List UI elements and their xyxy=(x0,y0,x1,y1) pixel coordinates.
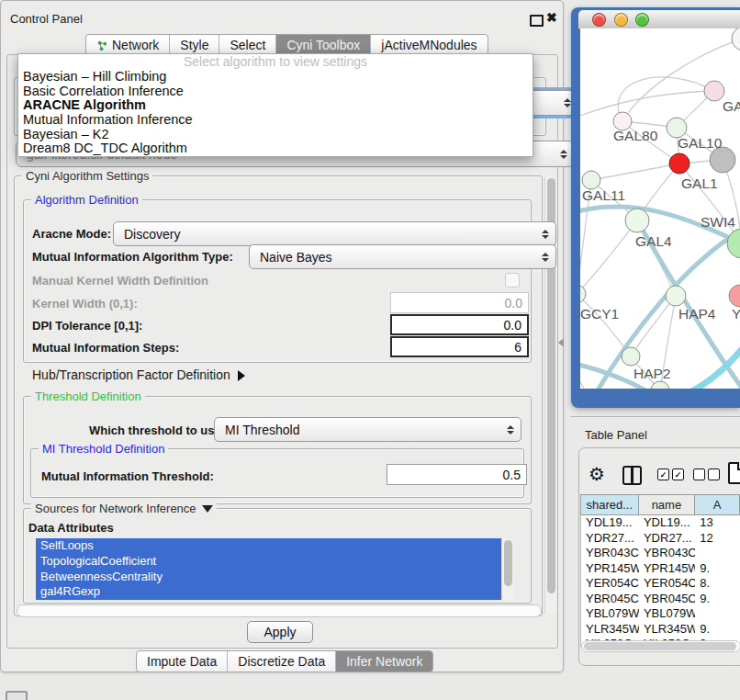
minimize-traffic-light[interactable] xyxy=(614,13,628,27)
zoom-traffic-light[interactable] xyxy=(635,13,649,27)
network-node-gal[interactable] xyxy=(704,81,724,101)
table-cell[interactable]: 9. xyxy=(695,592,740,607)
table-row[interactable]: YDL19...YDL19...13 xyxy=(581,515,740,531)
table-cell[interactable] xyxy=(695,546,740,561)
attribute-item-betweennesscentrality[interactable]: BetweennessCentrality xyxy=(36,570,502,585)
network-node-swi4[interactable] xyxy=(727,229,740,258)
file-icon[interactable] xyxy=(728,462,740,484)
column-header-shared[interactable]: shared... xyxy=(580,494,639,515)
table-horizontal-scrollbar[interactable] xyxy=(581,640,740,652)
sources-title-row[interactable]: Sources for Network Inference xyxy=(31,502,217,515)
table-cell[interactable]: 12 xyxy=(695,531,740,547)
network-node[interactable] xyxy=(651,381,669,389)
select-all-columns-icon[interactable]: ✓✓ xyxy=(657,469,684,480)
attributes-scrollbar[interactable] xyxy=(501,538,513,600)
columns-icon[interactable] xyxy=(622,466,642,485)
table-cell[interactable]: YPR145W xyxy=(581,561,639,577)
network-node-gal1[interactable] xyxy=(669,153,690,174)
deselect-all-columns-icon[interactable] xyxy=(693,469,720,480)
table-cell[interactable]: YLR345W xyxy=(581,622,639,638)
table-cell[interactable]: YDL19... xyxy=(581,515,639,531)
network-node-gcy1[interactable] xyxy=(580,285,586,303)
table-row[interactable]: YPR145WYPR145W9. xyxy=(581,561,740,577)
manual-kernel-checkbox[interactable] xyxy=(505,273,520,288)
gear-icon[interactable]: ⚙ xyxy=(589,463,605,485)
table-cell[interactable]: YLR345W xyxy=(639,622,695,638)
attribute-item-selfloops[interactable]: SelfLoops xyxy=(36,538,502,554)
kernel-width-field[interactable]: 0.0 xyxy=(390,292,529,313)
mi-steps-field[interactable]: 6 xyxy=(390,336,529,357)
table-cell[interactable]: YPR145W xyxy=(639,561,695,577)
network-window-titlebar[interactable] xyxy=(578,10,740,29)
hub-definition-label: Hub/Transcription Factor Definition xyxy=(32,367,230,382)
network-node-hap2[interactable] xyxy=(622,347,640,366)
minimized-panel-chip[interactable] xyxy=(6,691,28,700)
table-cell[interactable]: YER054C xyxy=(639,576,695,592)
tab-jactivemnodules[interactable]: jActiveMNodules xyxy=(370,35,487,55)
tab-select[interactable]: Select xyxy=(219,35,275,55)
table-row[interactable]: YDR27...YDR27...12 xyxy=(581,531,740,547)
tab-cyni-toolbox[interactable]: Cyni Toolbox xyxy=(275,35,370,55)
table-cell[interactable]: YBR043C xyxy=(581,546,639,561)
table-row[interactable]: YBR043CYBR043C xyxy=(581,546,740,561)
network-node-gal4[interactable] xyxy=(625,209,649,232)
network-canvas[interactable]: GALGAL80GAL10GAL1GAL11SWI4GAL4GCY1HAP4YH… xyxy=(580,28,740,389)
node-label-gal10: GAL10 xyxy=(678,135,723,151)
table-row[interactable]: YLR345WYLR345W9. xyxy=(581,622,740,638)
table-row[interactable]: YBR045CYBR045C9. xyxy=(581,592,740,607)
node-label-y: Y xyxy=(732,306,740,322)
tab-infer-network[interactable]: Infer Network xyxy=(335,651,432,672)
algorithm-option-basic-correlation-inference[interactable]: Basic Correlation Inference xyxy=(18,85,533,99)
close-icon[interactable]: ✖ xyxy=(546,10,557,25)
apply-button[interactable]: Apply xyxy=(247,621,313,643)
algorithm-option-bayesian-k2[interactable]: Bayesian – K2 xyxy=(18,128,533,142)
network-node-hap4[interactable] xyxy=(666,286,686,306)
network-node[interactable] xyxy=(710,147,735,173)
table-cell[interactable]: YDR27... xyxy=(639,531,695,547)
dpi-tolerance-field[interactable]: 0.0 xyxy=(390,314,529,335)
tab-network-label: Network xyxy=(112,36,159,55)
algorithm-option-bayesian-hill-climbing[interactable]: Bayesian – Hill Climbing xyxy=(18,70,533,85)
table-cell[interactable]: YBR045C xyxy=(581,592,639,607)
table-row[interactable]: YER054CYER054C8. xyxy=(581,576,740,592)
algorithm-definition-title: Algorithm Definition xyxy=(31,193,142,207)
attribute-item-gal4rgexp[interactable]: gal4RGexp xyxy=(36,584,502,600)
close-traffic-light[interactable] xyxy=(592,13,606,27)
table-cell[interactable]: YER054C xyxy=(581,576,639,592)
table-cell[interactable]: 9. xyxy=(695,622,740,638)
table-cell[interactable]: YDL19... xyxy=(639,515,695,531)
table-cell[interactable]: YDR27... xyxy=(581,531,639,547)
which-threshold-combo[interactable]: MI Threshold xyxy=(214,417,521,442)
splitter-collapse-icon[interactable] xyxy=(558,338,564,347)
column-header-a[interactable]: A xyxy=(695,494,740,515)
aracne-mode-combo[interactable]: Discovery xyxy=(113,221,556,246)
mi-type-combo[interactable]: Naive Bayes xyxy=(249,244,556,269)
table-cell[interactable]: 13 xyxy=(695,515,740,531)
tab-style[interactable]: Style xyxy=(169,35,219,55)
network-node-gal11[interactable] xyxy=(582,171,600,189)
tab-impute-data[interactable]: Impute Data xyxy=(137,651,227,672)
column-header-name[interactable]: name xyxy=(639,494,696,515)
data-attributes-list[interactable]: SelfLoopsTopologicalCoefficientBetweenne… xyxy=(36,538,513,600)
network-node-y[interactable] xyxy=(729,285,740,307)
table-cell[interactable]: 8. xyxy=(695,576,740,592)
table-cell[interactable]: YBR045C xyxy=(639,592,695,607)
table-cell[interactable]: 9. xyxy=(695,561,740,577)
table-cell[interactable]: YBL079W xyxy=(581,606,639,622)
tab-jactivemnodules-label: jActiveMNodules xyxy=(381,36,477,55)
attribute-item-topologicalcoefficient[interactable]: TopologicalCoefficient xyxy=(36,554,502,570)
hub-definition-toggle[interactable]: Hub/Transcription Factor Definition xyxy=(32,367,245,382)
mi-threshold-field[interactable]: 0.5 xyxy=(387,464,527,485)
float-window-icon[interactable] xyxy=(530,15,544,27)
table-cell[interactable]: YBR043C xyxy=(639,546,695,561)
tab-discretize-data[interactable]: Discretize Data xyxy=(227,651,335,672)
algorithm-option-aracne-algorithm[interactable]: ARACNE Algorithm xyxy=(18,98,533,113)
settings-horizontal-scrollbar[interactable] xyxy=(17,604,542,617)
algorithm-option-mutual-information-inference[interactable]: Mutual Information Inference xyxy=(18,113,533,128)
table-cell[interactable]: YBL079W xyxy=(639,606,695,622)
tab-network[interactable]: Network xyxy=(86,35,169,55)
table-cell[interactable] xyxy=(695,606,740,622)
algorithm-option-dream8-dc-tdc-algorithm[interactable]: Dream8 DC_TDC Algorithm xyxy=(18,141,533,156)
table-row[interactable]: YBL079WYBL079W xyxy=(581,606,740,622)
network-node[interactable] xyxy=(732,28,740,51)
